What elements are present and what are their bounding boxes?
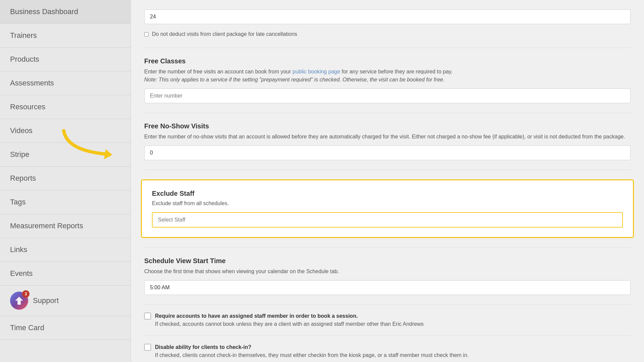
svg-marker-0 [15, 297, 23, 305]
schedule-view-title: Schedule View Start Time [144, 257, 631, 265]
sidebar-item-assessments[interactable]: Assessments [0, 71, 130, 95]
free-no-show-title: Free No-Show Visits [144, 122, 631, 130]
sidebar-item-resources[interactable]: Resources [0, 95, 130, 119]
sidebar-item-links[interactable]: Links [0, 238, 130, 262]
late-cancel-label: Do not deduct visits from client package… [152, 30, 297, 38]
late-cancel-block: Do not deduct visits from client package… [144, 0, 631, 48]
sidebar-item-trainers[interactable]: Trainers [0, 24, 130, 48]
public-booking-link[interactable]: public booking page [292, 69, 340, 74]
free-classes-note: Note: This only applies to a service if … [144, 77, 444, 82]
schedule-view-desc: Choose the first time that shows when vi… [144, 267, 631, 276]
sidebar-item-time-card[interactable]: Time Card [0, 316, 130, 340]
free-classes-block: Free Classes Enter the number of free vi… [144, 48, 631, 113]
sidebar-item-events[interactable]: Events [0, 262, 130, 286]
support-icon [14, 296, 24, 306]
disable-checkin-checkbox[interactable] [144, 344, 151, 351]
late-cancel-value[interactable] [144, 9, 631, 24]
support-label: Support [33, 296, 59, 305]
require-staff-checkbox[interactable] [144, 313, 151, 319]
exclude-staff-block: Exclude Staff Exclude staff from all sch… [144, 170, 631, 248]
free-classes-desc: Enter the number of free visits an accou… [144, 68, 631, 84]
free-no-show-desc: Enter the number of no-show visits that … [144, 133, 631, 141]
require-staff-label: Require accounts to have an assigned sta… [155, 312, 424, 328]
sidebar-item-reports[interactable]: Reports [0, 167, 130, 190]
require-staff-row: Require accounts to have an assigned sta… [144, 305, 631, 336]
exclude-staff-desc: Exclude staff from all schedules. [152, 199, 623, 207]
sidebar-item-business-dashboard[interactable]: Business Dashboard [0, 0, 130, 24]
exclude-staff-highlight: Exclude Staff Exclude staff from all sch… [141, 179, 634, 238]
free-classes-title: Free Classes [144, 57, 631, 65]
exclude-staff-title: Exclude Staff [152, 190, 623, 197]
sidebar-item-stripe[interactable]: Stripe [0, 143, 130, 167]
sidebar: Business Dashboard Trainers Products Ass… [0, 0, 131, 362]
disable-checkin-row: Disable ability for clients to check-in?… [144, 336, 631, 362]
sidebar-item-products[interactable]: Products [0, 48, 130, 71]
schedule-view-block: Schedule View Start Time Choose the firs… [144, 248, 631, 305]
support-avatar: 3 [10, 292, 28, 310]
free-no-show-block: Free No-Show Visits Enter the number of … [144, 113, 631, 170]
sidebar-item-measurement-reports[interactable]: Measurement Reports [0, 214, 130, 238]
exclude-staff-input[interactable] [152, 212, 623, 228]
sidebar-item-videos[interactable]: Videos [0, 119, 130, 143]
sidebar-item-tags[interactable]: Tags [0, 190, 130, 214]
late-cancel-checkbox[interactable] [144, 32, 149, 37]
main-content: Do not deduct visits from client package… [131, 0, 644, 362]
schedule-view-input[interactable] [144, 280, 631, 295]
support-badge: 3 [22, 290, 30, 298]
free-classes-input[interactable] [144, 88, 631, 103]
sidebar-support[interactable]: 3 Support [0, 286, 130, 316]
free-no-show-input[interactable] [144, 145, 631, 160]
disable-checkin-label: Disable ability for clients to check-in?… [155, 343, 469, 359]
